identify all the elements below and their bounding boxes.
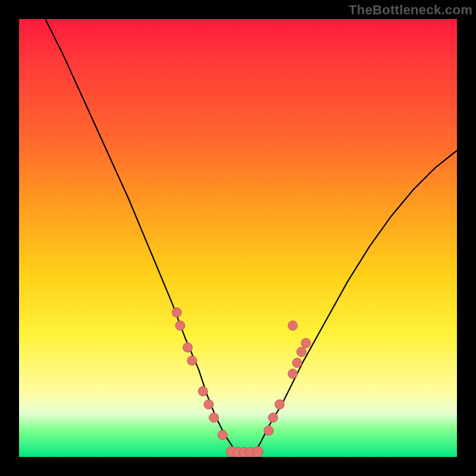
data-point [176, 321, 185, 330]
data-point [204, 400, 214, 409]
data-point [183, 343, 192, 352]
data-point [209, 413, 219, 422]
data-point [275, 400, 284, 409]
data-point [187, 356, 197, 365]
data-point [288, 369, 298, 378]
data-point [218, 430, 227, 440]
data-point [198, 387, 208, 396]
chart-svg [19, 19, 457, 457]
data-point [301, 339, 311, 348]
watermark-text: TheBottleneck.com [349, 2, 472, 18]
data-points-group [172, 308, 311, 457]
data-point [172, 308, 181, 317]
bottleneck-curve [45, 19, 457, 457]
data-point [292, 358, 302, 368]
data-point [264, 426, 274, 436]
plot-area [19, 19, 457, 457]
outer-frame: TheBottleneck.com [0, 0, 476, 476]
data-point [252, 446, 263, 457]
data-point [268, 413, 278, 422]
data-point [288, 321, 298, 330]
data-point [297, 347, 306, 356]
